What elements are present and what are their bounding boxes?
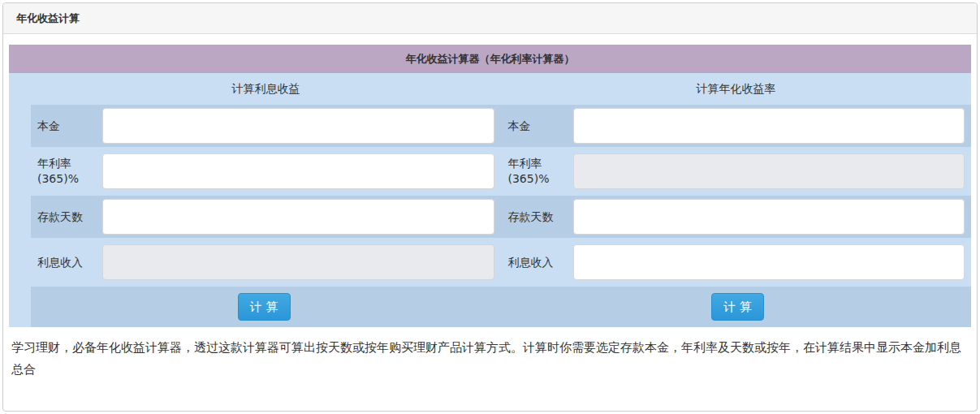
interest-income-label-right: 利息收入 — [502, 255, 573, 270]
row-deposit-days: 存款天数 存款天数 — [31, 196, 971, 238]
interest-income-input-right[interactable] — [573, 244, 965, 280]
principal-label-left: 本金 — [31, 119, 102, 134]
row-principal: 本金 本金 — [31, 105, 971, 147]
row-annual-rate: 年利率 (365)% 年利率 (365)% — [31, 150, 971, 192]
cell-interest-income-right: 利息收入 — [502, 244, 965, 280]
cell-deposit-days-right: 存款天数 — [502, 199, 965, 235]
principal-input-right[interactable] — [573, 108, 965, 144]
cell-deposit-days-left: 存款天数 — [31, 199, 494, 235]
button-area-right: 计 算 — [505, 287, 972, 327]
principal-label-right: 本金 — [502, 119, 573, 134]
panel-title: 年化收益计算 — [3, 3, 977, 34]
deposit-days-label-left: 存款天数 — [31, 209, 102, 225]
column-headers: 计算利息收益 计算年化收益率 — [31, 73, 971, 105]
calculate-button-right[interactable]: 计 算 — [711, 293, 764, 321]
deposit-days-input-left[interactable] — [102, 199, 494, 235]
row-interest-income: 利息收入 利息收入 — [31, 241, 971, 283]
interest-income-output-left — [102, 244, 494, 280]
deposit-days-label-right: 存款天数 — [502, 209, 573, 225]
calculate-button-left[interactable]: 计 算 — [238, 293, 291, 321]
annual-rate-input-left[interactable] — [102, 153, 494, 189]
calculator-table: 年化收益计算器（年化利率计算器） 计算利息收益 计算年化收益率 本金 本金 年利… — [9, 45, 971, 327]
column-header-annualized-rate: 计算年化收益率 — [501, 73, 971, 105]
annualized-yield-panel: 年化收益计算 年化收益计算器（年化利率计算器） 计算利息收益 计算年化收益率 本… — [2, 2, 978, 412]
annual-rate-output-right — [573, 153, 965, 189]
cell-interest-income-left: 利息收入 — [31, 244, 494, 280]
cell-annual-rate-right: 年利率 (365)% — [502, 153, 965, 189]
cell-principal-left: 本金 — [31, 108, 494, 144]
principal-input-left[interactable] — [102, 108, 494, 144]
button-area-left: 计 算 — [31, 287, 498, 327]
calculator-title: 年化收益计算器（年化利率计算器） — [9, 45, 971, 73]
deposit-days-input-right[interactable] — [573, 199, 965, 235]
calculator-description: 学习理财，必备年化收益计算器，透过这款计算器可算出按天数或按年购买理财产品计算方… — [11, 337, 969, 381]
annual-rate-label-right: 年利率 (365)% — [502, 156, 573, 187]
annual-rate-label-left: 年利率 (365)% — [31, 156, 102, 187]
column-header-interest-income: 计算利息收益 — [31, 73, 501, 105]
panel-body: 年化收益计算器（年化利率计算器） 计算利息收益 计算年化收益率 本金 本金 年利… — [3, 34, 977, 381]
cell-principal-right: 本金 — [502, 108, 965, 144]
interest-income-label-left: 利息收入 — [31, 255, 102, 270]
button-row: 计 算 计 算 — [31, 287, 971, 327]
cell-annual-rate-left: 年利率 (365)% — [31, 153, 494, 189]
